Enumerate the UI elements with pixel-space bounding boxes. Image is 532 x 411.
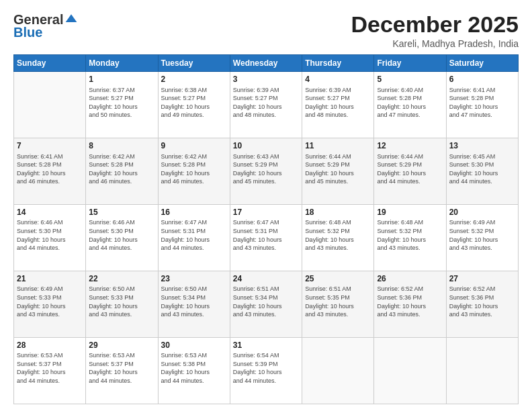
- day-number: 22: [89, 273, 154, 284]
- calendar-cell: 10Sunrise: 6:43 AM Sunset: 5:29 PM Dayli…: [230, 138, 302, 205]
- day-number: 19: [377, 207, 443, 218]
- calendar-header-cell: Friday: [374, 55, 446, 72]
- day-number: 26: [377, 273, 443, 284]
- day-info: Sunrise: 6:49 AM Sunset: 5:32 PM Dayligh…: [449, 218, 515, 252]
- day-number: 31: [233, 340, 299, 351]
- calendar-cell: 30Sunrise: 6:53 AM Sunset: 5:38 PM Dayli…: [158, 338, 230, 404]
- day-info: Sunrise: 6:48 AM Sunset: 5:32 PM Dayligh…: [305, 218, 371, 252]
- calendar-cell: 15Sunrise: 6:46 AM Sunset: 5:30 PM Dayli…: [86, 205, 158, 271]
- day-number: 14: [17, 207, 83, 218]
- calendar-cell: 11Sunrise: 6:44 AM Sunset: 5:29 PM Dayli…: [302, 138, 374, 205]
- month-title: December 2025: [351, 12, 519, 37]
- calendar-cell: 13Sunrise: 6:45 AM Sunset: 5:30 PM Dayli…: [446, 138, 518, 205]
- day-info: Sunrise: 6:43 AM Sunset: 5:29 PM Dayligh…: [233, 152, 299, 186]
- calendar-cell: [446, 338, 518, 404]
- day-number: 18: [305, 207, 371, 218]
- calendar-cell: [14, 72, 86, 138]
- calendar-cell: 26Sunrise: 6:52 AM Sunset: 5:36 PM Dayli…: [374, 271, 446, 338]
- day-number: 30: [161, 340, 227, 351]
- day-number: 24: [233, 273, 299, 284]
- day-info: Sunrise: 6:44 AM Sunset: 5:29 PM Dayligh…: [377, 152, 443, 186]
- day-info: Sunrise: 6:44 AM Sunset: 5:29 PM Dayligh…: [305, 152, 371, 186]
- calendar: SundayMondayTuesdayWednesdayThursdayFrid…: [13, 54, 519, 404]
- calendar-cell: 4Sunrise: 6:39 AM Sunset: 5:27 PM Daylig…: [302, 72, 374, 138]
- calendar-cell: 19Sunrise: 6:48 AM Sunset: 5:32 PM Dayli…: [374, 205, 446, 271]
- day-number: 15: [89, 207, 154, 218]
- calendar-week-row: 1Sunrise: 6:37 AM Sunset: 5:27 PM Daylig…: [14, 72, 519, 138]
- day-info: Sunrise: 6:39 AM Sunset: 5:27 PM Dayligh…: [305, 86, 371, 120]
- calendar-cell: 12Sunrise: 6:44 AM Sunset: 5:29 PM Dayli…: [374, 138, 446, 205]
- day-info: Sunrise: 6:48 AM Sunset: 5:32 PM Dayligh…: [377, 218, 443, 252]
- day-info: Sunrise: 6:38 AM Sunset: 5:27 PM Dayligh…: [161, 86, 227, 120]
- day-info: Sunrise: 6:51 AM Sunset: 5:35 PM Dayligh…: [305, 285, 371, 318]
- day-number: 4: [305, 74, 371, 85]
- day-number: 13: [449, 140, 515, 151]
- day-number: 28: [17, 340, 83, 351]
- day-number: 5: [377, 74, 443, 85]
- calendar-cell: 8Sunrise: 6:42 AM Sunset: 5:28 PM Daylig…: [86, 138, 158, 205]
- calendar-cell: [374, 338, 446, 404]
- day-info: Sunrise: 6:46 AM Sunset: 5:30 PM Dayligh…: [17, 218, 83, 252]
- calendar-body: 1Sunrise: 6:37 AM Sunset: 5:27 PM Daylig…: [14, 72, 519, 404]
- calendar-cell: [302, 338, 374, 404]
- day-info: Sunrise: 6:37 AM Sunset: 5:27 PM Dayligh…: [89, 86, 154, 120]
- day-number: 29: [89, 340, 154, 351]
- calendar-cell: 16Sunrise: 6:47 AM Sunset: 5:31 PM Dayli…: [158, 205, 230, 271]
- calendar-cell: 27Sunrise: 6:52 AM Sunset: 5:36 PM Dayli…: [446, 271, 518, 338]
- calendar-cell: 1Sunrise: 6:37 AM Sunset: 5:27 PM Daylig…: [86, 72, 158, 138]
- day-info: Sunrise: 6:47 AM Sunset: 5:31 PM Dayligh…: [161, 218, 227, 252]
- logo: General Blue: [13, 12, 78, 40]
- logo-blue: Blue: [13, 25, 42, 40]
- day-info: Sunrise: 6:53 AM Sunset: 5:37 PM Dayligh…: [89, 351, 154, 385]
- day-info: Sunrise: 6:47 AM Sunset: 5:31 PM Dayligh…: [233, 218, 299, 252]
- day-number: 27: [449, 273, 515, 284]
- calendar-header-row: SundayMondayTuesdayWednesdayThursdayFrid…: [14, 55, 519, 72]
- day-info: Sunrise: 6:54 AM Sunset: 5:39 PM Dayligh…: [233, 351, 299, 385]
- page: General Blue December 2025 Kareli, Madhy…: [0, 0, 532, 411]
- day-number: 1: [89, 74, 154, 85]
- day-info: Sunrise: 6:50 AM Sunset: 5:33 PM Dayligh…: [89, 285, 154, 318]
- calendar-header-cell: Thursday: [302, 55, 374, 72]
- calendar-header-cell: Saturday: [446, 55, 518, 72]
- day-number: 23: [161, 273, 227, 284]
- calendar-cell: 24Sunrise: 6:51 AM Sunset: 5:34 PM Dayli…: [230, 271, 302, 338]
- calendar-header-cell: Sunday: [14, 55, 86, 72]
- calendar-cell: 20Sunrise: 6:49 AM Sunset: 5:32 PM Dayli…: [446, 205, 518, 271]
- calendar-cell: 5Sunrise: 6:40 AM Sunset: 5:28 PM Daylig…: [374, 72, 446, 138]
- day-info: Sunrise: 6:53 AM Sunset: 5:38 PM Dayligh…: [161, 351, 227, 385]
- calendar-cell: 3Sunrise: 6:39 AM Sunset: 5:27 PM Daylig…: [230, 72, 302, 138]
- day-info: Sunrise: 6:39 AM Sunset: 5:27 PM Dayligh…: [233, 86, 299, 120]
- calendar-cell: 28Sunrise: 6:53 AM Sunset: 5:37 PM Dayli…: [14, 338, 86, 404]
- calendar-cell: 6Sunrise: 6:41 AM Sunset: 5:28 PM Daylig…: [446, 72, 518, 138]
- day-number: 20: [449, 207, 515, 218]
- location: Kareli, Madhya Pradesh, India: [351, 38, 519, 49]
- calendar-header-cell: Tuesday: [158, 55, 230, 72]
- day-number: 3: [233, 74, 299, 85]
- calendar-week-row: 28Sunrise: 6:53 AM Sunset: 5:37 PM Dayli…: [14, 338, 519, 404]
- calendar-header-cell: Monday: [86, 55, 158, 72]
- calendar-cell: 9Sunrise: 6:42 AM Sunset: 5:28 PM Daylig…: [158, 138, 230, 205]
- day-number: 21: [17, 273, 83, 284]
- day-info: Sunrise: 6:52 AM Sunset: 5:36 PM Dayligh…: [449, 285, 515, 318]
- day-number: 11: [305, 140, 371, 151]
- day-info: Sunrise: 6:42 AM Sunset: 5:28 PM Dayligh…: [89, 152, 154, 186]
- day-number: 9: [161, 140, 227, 151]
- header: General Blue December 2025 Kareli, Madhy…: [13, 12, 519, 49]
- calendar-cell: 2Sunrise: 6:38 AM Sunset: 5:27 PM Daylig…: [158, 72, 230, 138]
- calendar-cell: 7Sunrise: 6:41 AM Sunset: 5:28 PM Daylig…: [14, 138, 86, 205]
- day-number: 8: [89, 140, 154, 151]
- calendar-cell: 29Sunrise: 6:53 AM Sunset: 5:37 PM Dayli…: [86, 338, 158, 404]
- calendar-week-row: 14Sunrise: 6:46 AM Sunset: 5:30 PM Dayli…: [14, 205, 519, 271]
- calendar-cell: 31Sunrise: 6:54 AM Sunset: 5:39 PM Dayli…: [230, 338, 302, 404]
- calendar-cell: 25Sunrise: 6:51 AM Sunset: 5:35 PM Dayli…: [302, 271, 374, 338]
- calendar-cell: 21Sunrise: 6:49 AM Sunset: 5:33 PM Dayli…: [14, 271, 86, 338]
- day-number: 10: [233, 140, 299, 151]
- calendar-week-row: 21Sunrise: 6:49 AM Sunset: 5:33 PM Dayli…: [14, 271, 519, 338]
- day-number: 16: [161, 207, 227, 218]
- calendar-cell: 18Sunrise: 6:48 AM Sunset: 5:32 PM Dayli…: [302, 205, 374, 271]
- svg-marker-0: [66, 14, 77, 22]
- day-number: 7: [17, 140, 83, 151]
- logo-icon: [64, 12, 78, 26]
- day-number: 25: [305, 273, 371, 284]
- day-info: Sunrise: 6:46 AM Sunset: 5:30 PM Dayligh…: [89, 218, 154, 252]
